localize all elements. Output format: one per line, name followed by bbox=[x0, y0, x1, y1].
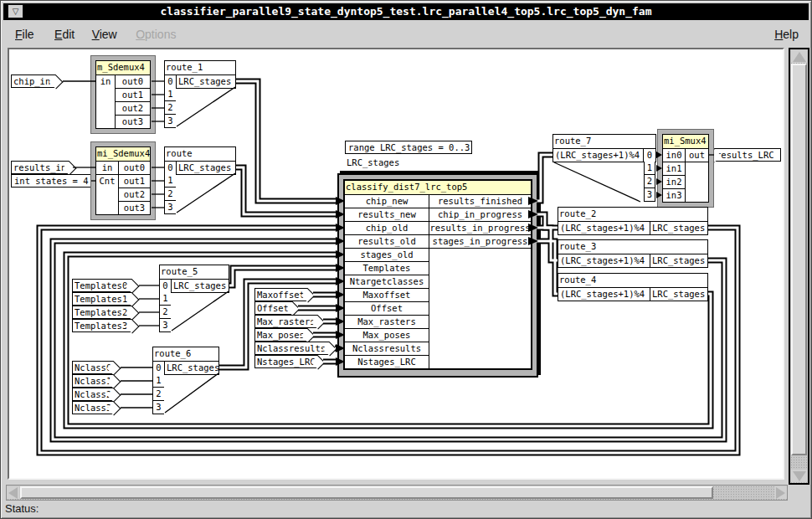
port-cell[interactable]: out0 bbox=[116, 75, 150, 89]
window-menu-button[interactable]: ▽ bbox=[8, 4, 23, 18]
route-num-cell[interactable]: 2 bbox=[644, 175, 655, 188]
port-cell[interactable]: results_finished bbox=[429, 195, 531, 208]
port-cell[interactable]: Offset bbox=[345, 302, 429, 316]
route-num-cell[interactable]: 1 bbox=[164, 174, 176, 188]
port-label-nclass0[interactable]: Nclass0 bbox=[72, 361, 114, 374]
text-lrc-stages[interactable]: LRC_stages bbox=[347, 157, 399, 167]
port-label-offset[interactable]: Offset bbox=[254, 301, 293, 315]
route-target-cell[interactable]: LRC_stages bbox=[650, 222, 707, 235]
port-label-templates0[interactable]: Templates0 bbox=[72, 279, 132, 292]
port-cell[interactable]: chip_old bbox=[345, 222, 429, 235]
route-index-cell[interactable]: 0 bbox=[165, 162, 177, 175]
titlebar[interactable]: ▽ classifier_parallel9_state_dyntop5_tes… bbox=[3, 3, 809, 20]
block-classify-dist7-lrc-top5[interactable]: classify_dist7_lrc_top5 chip_new results… bbox=[343, 179, 532, 370]
port-cell[interactable]: results_old bbox=[345, 235, 429, 249]
horizontal-scrollbar[interactable] bbox=[6, 485, 788, 501]
port-cell[interactable]: results_new bbox=[345, 208, 429, 222]
port-label-max-poses[interactable]: Max_poses bbox=[254, 328, 308, 342]
block-route-1[interactable]: route_1 0 LRC_stages bbox=[164, 60, 236, 89]
port-cell[interactable]: out3 bbox=[116, 116, 150, 129]
port-label-results-in[interactable]: results_in bbox=[11, 161, 69, 174]
port-cell[interactable]: Max_poses bbox=[345, 329, 429, 342]
port-cell[interactable]: Nstages_LRC bbox=[345, 356, 429, 369]
menu-view[interactable]: View bbox=[92, 28, 117, 41]
port-label-results-lrc[interactable]: results_LRC bbox=[714, 148, 781, 162]
port-label-nclass1[interactable]: Nclass1 bbox=[72, 374, 114, 388]
horizontal-scrollbar-thumb[interactable] bbox=[20, 486, 713, 499]
route-selector-cell[interactable]: LRC_stages bbox=[172, 280, 229, 293]
route-num-cell[interactable]: 3 bbox=[159, 319, 171, 332]
scroll-right-button[interactable] bbox=[774, 486, 787, 499]
port-label-templates3[interactable]: Templates3 bbox=[72, 319, 132, 332]
port-cell[interactable]: in3 bbox=[663, 189, 685, 203]
route-num-cell[interactable]: 1 bbox=[164, 88, 176, 101]
note-range-lrc-stages[interactable]: range LRC_stages = 0..3 bbox=[345, 141, 472, 154]
vertical-scrollbar-thumb[interactable] bbox=[791, 64, 807, 455]
port-cell[interactable]: results_in_progress bbox=[429, 222, 531, 235]
scroll-left-button[interactable] bbox=[7, 486, 19, 499]
port-cell[interactable]: Nclassresults bbox=[345, 342, 429, 356]
port-cell[interactable]: out1 bbox=[119, 175, 150, 188]
route-index-cell[interactable]: 0 bbox=[160, 280, 172, 293]
block-route-5[interactable]: route_5 0 LRC_stages bbox=[159, 265, 229, 293]
route-num-cell[interactable]: 1 bbox=[152, 374, 164, 388]
route-num-cell[interactable]: 3 bbox=[644, 188, 655, 202]
port-cell[interactable]: Ntargetclasses bbox=[345, 275, 429, 289]
port-cell[interactable]: out3 bbox=[119, 202, 150, 215]
route-selector-cell[interactable]: LRC_stages bbox=[177, 162, 235, 175]
block-m-sdemux4[interactable]: m_Sdemux4 in out0 out1 out2 out3 bbox=[95, 60, 151, 129]
port-label-templates2[interactable]: Templates2 bbox=[72, 306, 132, 319]
route-num-cell[interactable]: 2 bbox=[164, 188, 176, 201]
route-selector-cell[interactable]: (LRC_stages+1)%4 bbox=[558, 222, 650, 235]
route-num-cell[interactable]: 2 bbox=[152, 388, 164, 401]
block-mi-smux4[interactable]: mi_Smux4 in0 in1 in2 in3 out bbox=[662, 134, 709, 203]
port-label-nclassresults[interactable]: Nclassresults bbox=[254, 342, 330, 355]
port-cell[interactable]: chip_in_progress bbox=[429, 208, 531, 222]
block-route-4[interactable]: route_4 (LRC_stages+1)%4 LRC_stages bbox=[558, 273, 708, 301]
port-cell[interactable]: stages_in_progress bbox=[429, 235, 531, 249]
port-label-nclass3[interactable]: Nclass3 bbox=[72, 401, 114, 414]
block-route-6[interactable]: route_6 0 LRC_stages bbox=[152, 347, 219, 375]
route-num-cell[interactable]: 1 bbox=[644, 162, 655, 175]
port-label-max-rasters[interactable]: Max_rasters bbox=[254, 315, 318, 328]
block-route-3[interactable]: route_3 (LRC_stages+1)%4 LRC_stages bbox=[558, 239, 708, 268]
route-selector-cell[interactable]: (LRC_stages+1)%4 bbox=[558, 254, 650, 268]
port-cell[interactable]: in2 bbox=[663, 176, 685, 189]
port-cell[interactable]: stages_old bbox=[345, 249, 429, 262]
route-num-cell[interactable]: 3 bbox=[164, 115, 176, 128]
port-cell[interactable]: out1 bbox=[116, 89, 150, 102]
port-cell[interactable]: Cnt bbox=[96, 175, 118, 188]
route-num-cell[interactable]: 3 bbox=[152, 401, 164, 414]
block-route-2[interactable]: route_2 (LRC_stages+1)%4 LRC_stages bbox=[558, 207, 708, 235]
port-label-chip-in[interactable]: chip_in bbox=[11, 75, 56, 88]
route-num-cell[interactable]: 1 bbox=[159, 292, 171, 306]
port-cell[interactable]: out2 bbox=[116, 102, 150, 116]
port-cell[interactable]: Maxoffset bbox=[345, 289, 429, 302]
route-target-cell[interactable]: LRC_stages bbox=[650, 288, 707, 301]
port-cell[interactable]: in1 bbox=[663, 162, 685, 176]
route-index-cell[interactable]: 0 bbox=[165, 75, 177, 89]
port-cell[interactable]: Templates bbox=[345, 262, 429, 275]
scroll-up-button[interactable] bbox=[791, 50, 807, 63]
scroll-down-button[interactable] bbox=[791, 470, 807, 482]
route-target-cell[interactable]: LRC_stages bbox=[650, 254, 707, 268]
vertical-scrollbar[interactable] bbox=[789, 48, 809, 485]
port-label-nstages-lrc[interactable]: Nstages_LRC bbox=[254, 355, 318, 368]
port-cell[interactable]: out2 bbox=[119, 188, 150, 202]
port-cell[interactable]: in bbox=[96, 75, 115, 89]
route-num-cell[interactable]: 3 bbox=[164, 201, 176, 214]
block-route[interactable]: route 0 LRC_stages bbox=[164, 146, 236, 175]
route-num-cell[interactable]: 2 bbox=[159, 306, 171, 319]
port-cell[interactable]: out bbox=[686, 149, 708, 162]
block-route-7[interactable]: route_7 (LRC_stages+1)%4 0 bbox=[552, 134, 656, 162]
route-selector-cell[interactable]: (LRC_stages+1)%4 bbox=[553, 149, 644, 162]
route-index-cell[interactable]: 0 bbox=[153, 362, 165, 375]
route-selector-cell[interactable]: (LRC_stages+1)%4 bbox=[558, 288, 650, 301]
port-cell[interactable]: Max_rasters bbox=[345, 316, 429, 329]
menu-edit[interactable]: Edit bbox=[54, 28, 75, 41]
block-mi-sdemux4[interactable]: mi_Sdemux4 in Cnt out0 out1 out2 out3 bbox=[95, 146, 151, 215]
route-selector-cell[interactable]: LRC_stages bbox=[165, 362, 218, 375]
port-label-maxoffset[interactable]: Maxoffset bbox=[254, 288, 308, 301]
route-selector-cell[interactable]: LRC_stages bbox=[177, 75, 235, 89]
port-label-templates1[interactable]: Templates1 bbox=[72, 292, 132, 306]
